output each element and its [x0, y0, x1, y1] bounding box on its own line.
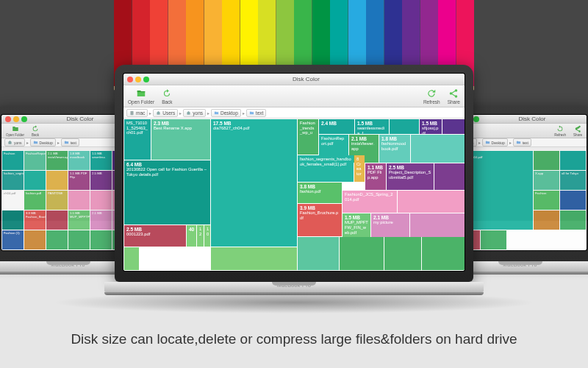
- treemap-cell[interactable]: 1.1 MB PDF Flip: [68, 171, 90, 190]
- treemap-cell[interactable]: 3.8 MBfashion.pdf: [298, 183, 342, 203]
- treemap-cell[interactable]: [68, 230, 90, 250]
- treemap-cell[interactable]: [211, 247, 297, 270]
- treemap-cell[interactable]: 1.1 MBPDF Flip.app: [365, 163, 386, 190]
- treemap-cell[interactable]: 2.5 MB0001223.pdf: [124, 225, 186, 247]
- treemap-cell[interactable]: [442, 119, 465, 134]
- treemap-cell[interactable]: Fashion (1): [2, 230, 24, 250]
- treemap-cell[interactable]: all for Tokyo: [560, 171, 586, 190]
- breadcrumb-item[interactable]: Desktop: [211, 109, 241, 117]
- treemap-cell[interactable]: 1.8 MB moodbook: [68, 151, 90, 170]
- breadcrumb-item[interactable]: Desktop: [30, 138, 56, 146]
- treemap-cell[interactable]: ch04.pdf: [2, 191, 24, 210]
- treemap-cell[interactable]: 3.9 MB Fashion_Brochure.pdf: [24, 210, 46, 230]
- treemap-cell[interactable]: PANTONE: [46, 191, 68, 210]
- treemap-cell[interactable]: MS_710101_525463_ch01.pdf: [124, 119, 151, 160]
- treemap-cell[interactable]: 8 Creator: [354, 155, 365, 182]
- window-titlebar[interactable]: Disk Color: [123, 74, 465, 85]
- treemap-cell[interactable]: [124, 247, 139, 270]
- treemap-cell[interactable]: 1.5 MBsftjosxj.pdf: [420, 119, 442, 134]
- treemap-cell[interactable]: 2.5 MBProject_Description_Submittal5.pdf: [387, 163, 434, 190]
- breadcrumb-item[interactable]: mac: [126, 109, 148, 117]
- treemap-cell[interactable]: 3.9 MBFashion_Brochure.pdf: [298, 204, 342, 236]
- window-title: Disk Color: [481, 116, 583, 122]
- treemap-cell[interactable]: [2, 210, 24, 230]
- open-folder-button[interactable]: Open Folder: [128, 88, 154, 105]
- treemap-cell[interactable]: 2.1 MB instaViewer.app: [46, 151, 68, 170]
- laptop-deck: MacBook Pro: [104, 282, 484, 292]
- treemap-cell[interactable]: [46, 230, 68, 250]
- treemap-cell[interactable]: [534, 210, 559, 230]
- treemap-cell[interactable]: [68, 191, 90, 210]
- treemap-cell[interactable]: 2.4 MB: [319, 119, 354, 134]
- breadcrumb-item[interactable]: text: [61, 138, 79, 146]
- treemap-cell[interactable]: [384, 237, 421, 270]
- treemap-cell[interactable]: [410, 213, 465, 237]
- treemap-cell[interactable]: fashion_segments_handbook_females_small: [2, 171, 24, 190]
- treemap-cell[interactable]: fashion.pdf: [24, 191, 46, 210]
- treemap-cell[interactable]: 10: [204, 225, 210, 247]
- treemap-cell[interactable]: 2.1 MB: [90, 210, 112, 230]
- treemap-cell[interactable]: [398, 191, 465, 213]
- treemap-cell[interactable]: [560, 210, 586, 230]
- treemap-cell[interactable]: [411, 135, 465, 163]
- treemap-cell[interactable]: 1.5 MB MUP_MPFTFW_FIN_web.p: [68, 210, 90, 230]
- treemap-cell[interactable]: 17.5 MBdia76827_ch04.pdf: [211, 119, 297, 247]
- breadcrumb-item[interactable]: yons: [183, 109, 206, 117]
- treemap-cell[interactable]: Fashion: [2, 151, 24, 170]
- marketing-caption: Disk size can locate,delete or compress …: [0, 331, 588, 347]
- breadcrumb-item[interactable]: text: [246, 109, 266, 117]
- back-button[interactable]: Back: [32, 125, 39, 137]
- treemap-mini: 17.5 MBdia76827_ch04.pdfX.appall for Tok…: [453, 150, 587, 250]
- treemap-cell[interactable]: X.app: [534, 171, 559, 190]
- treemap-cell[interactable]: [90, 230, 112, 250]
- treemap-cell[interactable]: 12: [197, 225, 204, 247]
- treemap-cell[interactable]: [340, 237, 384, 270]
- treemap-cell[interactable]: 2.1 MBmy picture: [371, 213, 409, 237]
- treemap-cell[interactable]: Fashion: [534, 191, 559, 210]
- treemap-cell[interactable]: [140, 247, 210, 270]
- share-button[interactable]: Share: [448, 88, 460, 105]
- treemap-cell[interactable]: [390, 119, 419, 134]
- treemap-main[interactable]: MS_710101_525463_ch01.pdf2.3 MBBest Rena…: [123, 118, 465, 271]
- treemap-cell[interactable]: [534, 151, 559, 170]
- close-icon[interactable]: [127, 77, 133, 82]
- treemap-cell[interactable]: 2.3 MBBest Rename X.app: [151, 119, 210, 160]
- refresh-button[interactable]: Refresh: [423, 88, 440, 105]
- share-button[interactable]: Share: [573, 125, 582, 137]
- treemap-cell[interactable]: [434, 163, 465, 190]
- treemap-cell[interactable]: 6.4 MB20130822 Open call for Fashion Gue…: [124, 160, 210, 224]
- treemap-cell[interactable]: [46, 210, 68, 230]
- back-label: Back: [162, 99, 172, 105]
- treemap-cell[interactable]: FashionReport.pdf: [24, 151, 46, 170]
- treemap-cell[interactable]: [560, 151, 586, 170]
- open-folder-button[interactable]: Open Folder: [6, 125, 24, 137]
- breadcrumb-item[interactable]: yons: [4, 138, 25, 146]
- treemap-cell[interactable]: Fashion_trends_wp_u: [298, 119, 318, 155]
- treemap-cell[interactable]: fashion_segments_handbook_females_small(…: [298, 155, 354, 182]
- treemap-cell[interactable]: 2.5 MB: [90, 171, 112, 190]
- treemap-cell[interactable]: [24, 171, 46, 190]
- breadcrumb-item[interactable]: Users: [153, 109, 178, 117]
- zoom-icon[interactable]: [143, 77, 149, 82]
- treemap-cell[interactable]: 1.8 MBfashionmoodbook.pdf: [379, 135, 410, 163]
- treemap-cell[interactable]: [481, 230, 506, 250]
- refresh-label: Refresh: [423, 99, 440, 105]
- back-button[interactable]: Back: [162, 88, 172, 105]
- laptop-brand: MacBook Pro: [503, 262, 537, 267]
- treemap-cell[interactable]: [560, 191, 586, 210]
- minimize-icon[interactable]: [135, 77, 141, 82]
- treemap-cell[interactable]: FashionD_JCS_Spring_2014.pdf: [343, 191, 397, 213]
- treemap-cell[interactable]: 1.5 MB seamless: [90, 151, 112, 170]
- share-icon: [448, 88, 459, 99]
- treemap-cell[interactable]: [422, 237, 465, 270]
- refresh-button[interactable]: Refresh: [554, 125, 566, 137]
- treemap-cell[interactable]: 40: [187, 225, 196, 247]
- treemap-cell[interactable]: [90, 191, 112, 210]
- treemap-cell[interactable]: 1.5 MBseamlessmedia_f: [355, 119, 389, 134]
- breadcrumb-item[interactable]: Desktop: [482, 138, 508, 146]
- treemap-cell[interactable]: [46, 171, 68, 190]
- treemap-cell[interactable]: 1.5 MBMUP_MPFTFW_FIN_web.pdf: [343, 213, 370, 237]
- breadcrumb-item[interactable]: text: [513, 138, 531, 146]
- treemap-cell[interactable]: [298, 237, 339, 270]
- treemap-cell[interactable]: [24, 230, 46, 250]
